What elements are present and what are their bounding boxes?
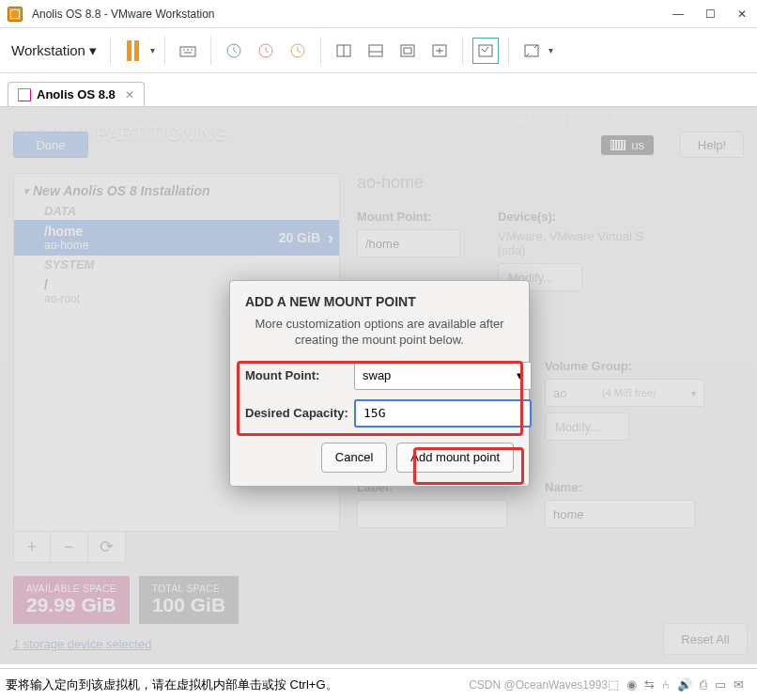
dialog-mount-select[interactable]: swap ▾ bbox=[354, 362, 532, 390]
view-single-button[interactable] bbox=[331, 38, 357, 64]
send-ctrl-alt-del-button[interactable] bbox=[175, 38, 201, 64]
installer-screen: MANUAL PARTITIONING ANOLIS OS 8 INSTALLA… bbox=[0, 107, 757, 664]
unity-icon bbox=[477, 42, 494, 59]
volume-group-select[interactable]: ao (4 MiB free) ▾ bbox=[545, 379, 704, 407]
view-fit-button[interactable] bbox=[394, 38, 421, 64]
usb-icon[interactable]: ⑃ bbox=[662, 677, 670, 692]
vm-device-icons: ⬚ ◉ ⇆ ⑃ 🔊 ⎙ ▭ ✉ bbox=[608, 677, 744, 692]
vmware-app-icon bbox=[8, 7, 23, 22]
dialog-cancel-button[interactable]: Cancel bbox=[321, 443, 387, 473]
available-space-label: AVAILABLE SPACE bbox=[26, 583, 116, 594]
storage-devices-link[interactable]: 1 storage device selected bbox=[13, 637, 340, 651]
dialog-capacity-input[interactable] bbox=[354, 399, 532, 428]
remove-partition-button[interactable]: − bbox=[51, 531, 88, 563]
close-tab-icon[interactable]: ✕ bbox=[125, 88, 134, 101]
snapshot-take-button[interactable] bbox=[221, 38, 247, 64]
fullscreen-button[interactable] bbox=[518, 38, 545, 64]
window-title: Anolis OS 8.8 - VMware Workstation bbox=[32, 8, 215, 21]
add-mount-point-dialog: ADD A NEW MOUNT POINT More customization… bbox=[229, 280, 530, 487]
snapshot-manager-button[interactable] bbox=[285, 38, 311, 64]
vm-tab-anolis[interactable]: Anolis OS 8.8 ✕ bbox=[8, 82, 145, 106]
sound-icon[interactable]: 🔊 bbox=[677, 677, 692, 692]
section-label-system: SYSTEM bbox=[14, 256, 339, 273]
display-icon[interactable]: ▭ bbox=[715, 677, 726, 692]
statusbar-hint: 要将输入定向到该虚拟机，请在虚拟机内部单击或按 Ctrl+G。 bbox=[6, 677, 338, 693]
vm-tab-row: Anolis OS 8.8 ✕ bbox=[0, 73, 757, 107]
label-input[interactable] bbox=[357, 500, 507, 528]
message-icon[interactable]: ✉ bbox=[734, 677, 744, 692]
chevron-down-icon: ▾ bbox=[89, 42, 97, 59]
dialog-mount-label: Mount Point: bbox=[245, 368, 348, 382]
watermark-text: CSDN @OceanWaves1993 bbox=[469, 678, 608, 692]
total-space-value: 100 GiB bbox=[152, 594, 225, 616]
keyboard-send-icon bbox=[179, 42, 196, 59]
chevron-down-icon: ▾ bbox=[517, 368, 523, 382]
details-device-name: ao-home bbox=[357, 173, 744, 193]
mount-point-input[interactable] bbox=[357, 229, 460, 257]
available-space-box: AVAILABLE SPACE 29.99 GiB bbox=[13, 576, 130, 624]
partition-row-home[interactable]: /home ao-home 20 GiB bbox=[14, 220, 339, 256]
section-label-data: DATA bbox=[14, 202, 339, 220]
done-button[interactable]: Done bbox=[13, 132, 88, 158]
vm-tab-label: Anolis OS 8.8 bbox=[37, 87, 116, 101]
fit-guest-icon bbox=[399, 42, 416, 59]
vg-free: (4 MiB free) bbox=[602, 387, 656, 398]
install-group-header[interactable]: New Anolis OS 8 Installation bbox=[14, 179, 339, 202]
chevron-down-icon[interactable]: ▾ bbox=[150, 45, 155, 55]
svg-rect-6 bbox=[401, 45, 414, 56]
view-stretch-button[interactable] bbox=[426, 38, 453, 64]
cd-icon[interactable]: ◉ bbox=[626, 677, 637, 692]
svg-rect-5 bbox=[369, 45, 382, 56]
mount-point-label: Mount Point: bbox=[357, 210, 460, 224]
modify-vg-button[interactable]: Modify... bbox=[545, 412, 629, 441]
pause-vm-button[interactable] bbox=[120, 38, 147, 64]
svg-rect-0 bbox=[180, 47, 195, 56]
printer-icon[interactable]: ⎙ bbox=[700, 677, 707, 692]
vmware-statusbar: 要将输入定向到该虚拟机，请在虚拟机内部单击或按 Ctrl+G。 CSDN @Oc… bbox=[0, 668, 757, 700]
maximize-button[interactable]: ☐ bbox=[703, 8, 718, 21]
dialog-title: ADD A NEW MOUNT POINT bbox=[245, 294, 514, 309]
keyboard-layout-indicator[interactable]: us bbox=[601, 135, 654, 155]
volume-group-label: Volume Group: bbox=[545, 359, 704, 373]
add-partition-button[interactable]: + bbox=[13, 531, 51, 563]
vm-tab-icon bbox=[18, 88, 31, 101]
keyboard-icon bbox=[610, 140, 626, 150]
total-space-box: TOTAL SPACE 100 GiB bbox=[139, 576, 239, 624]
network-icon[interactable]: ⇆ bbox=[644, 677, 655, 692]
clock-back-icon bbox=[257, 42, 274, 59]
vg-name: ao bbox=[553, 386, 566, 400]
disk-icon[interactable]: ⬚ bbox=[608, 677, 619, 692]
clock-gear-icon bbox=[289, 42, 306, 59]
workstation-menu[interactable]: Workstation ▾ bbox=[8, 37, 100, 65]
reset-all-button[interactable]: Reset All bbox=[663, 623, 748, 655]
pause-icon bbox=[127, 40, 139, 61]
workstation-menu-label: Workstation bbox=[11, 42, 85, 58]
dialog-capacity-label: Desired Capacity: bbox=[245, 406, 348, 420]
reload-partitions-button[interactable]: ⟳ bbox=[88, 531, 126, 563]
dialog-subtitle: More customization options are available… bbox=[253, 317, 506, 349]
total-space-label: TOTAL SPACE bbox=[152, 583, 225, 594]
chevron-down-icon[interactable]: ▾ bbox=[548, 45, 553, 55]
minimize-button[interactable]: — bbox=[671, 8, 686, 21]
brand-title: ANOLIS OS 8 INSTALLATION bbox=[517, 111, 744, 131]
device-label: ao-home bbox=[44, 239, 88, 252]
name-input[interactable] bbox=[545, 500, 695, 528]
dialog-mount-value: swap bbox=[363, 368, 391, 382]
clock-plus-icon bbox=[225, 42, 242, 59]
svg-rect-7 bbox=[404, 48, 411, 54]
unity-mode-button[interactable] bbox=[472, 38, 499, 64]
chevron-down-icon: ▾ bbox=[691, 388, 696, 398]
fullscreen-icon bbox=[523, 42, 540, 59]
window-titlebar: Anolis OS 8.8 - VMware Workstation — ☐ ✕ bbox=[0, 0, 757, 28]
close-button[interactable]: ✕ bbox=[734, 8, 749, 21]
name-label: Name: bbox=[545, 480, 695, 494]
keyboard-layout-label: us bbox=[631, 138, 644, 152]
dialog-add-button[interactable]: Add mount point bbox=[396, 443, 514, 473]
size-label: 20 GiB bbox=[279, 230, 320, 245]
devices-value: VMware, VMware Virtual S (sda) bbox=[498, 229, 667, 257]
snapshot-revert-button[interactable] bbox=[253, 38, 279, 64]
help-button[interactable]: Help! bbox=[680, 132, 744, 158]
stretch-icon bbox=[431, 42, 448, 59]
view-console-button[interactable] bbox=[363, 38, 389, 64]
layout-single-icon bbox=[335, 42, 352, 59]
